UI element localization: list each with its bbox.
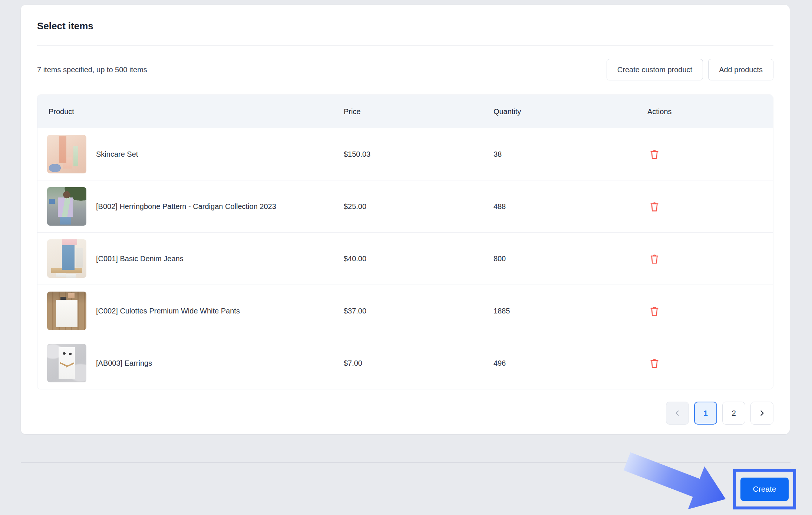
delete-item-button[interactable] (648, 305, 661, 317)
trash-icon (648, 357, 661, 369)
product-name: [AB003] Earrings (96, 359, 159, 368)
product-cell: [C001] Basic Denim Jeans (37, 239, 344, 278)
product-name: [B002] Herringbone Pattern - Cardigan Co… (96, 202, 284, 211)
items-table: Product Price Quantity Actions Skincare … (37, 94, 773, 389)
chevron-right-icon (757, 409, 766, 418)
table-row: [C002] Culottes Premium Wide White Pants… (37, 285, 773, 337)
pagination-page-2-button[interactable]: 2 (722, 402, 745, 425)
actions-cell (647, 357, 773, 369)
add-products-button[interactable]: Add products (708, 59, 773, 80)
actions-cell (647, 305, 773, 317)
table-row: [B002] Herringbone Pattern - Cardigan Co… (37, 180, 773, 232)
delete-item-button[interactable] (648, 252, 661, 265)
column-header-price: Price (344, 107, 494, 116)
product-price: $37.00 (344, 307, 494, 315)
table-row: [C001] Basic Denim Jeans $40.00 800 (37, 232, 773, 285)
panel-title: Select items (37, 5, 773, 32)
actions-cell (647, 252, 773, 265)
table-row: Skincare Set $150.03 38 (37, 128, 773, 180)
product-quantity: 488 (494, 202, 647, 211)
product-price: $150.03 (344, 150, 494, 159)
toolbar: 7 items specified, up to 500 items Creat… (37, 59, 773, 80)
trash-icon (648, 305, 661, 317)
product-cell: [C002] Culottes Premium Wide White Pants (37, 292, 344, 330)
delete-item-button[interactable] (648, 357, 661, 369)
product-cell: Skincare Set (37, 135, 344, 173)
product-cell: [AB003] Earrings (37, 344, 344, 382)
product-image (47, 292, 86, 330)
pagination-page-1-button[interactable]: 1 (694, 402, 717, 425)
product-price: $40.00 (344, 255, 494, 263)
pagination: 12 (37, 402, 773, 425)
product-price: $7.00 (344, 359, 494, 368)
trash-icon (648, 252, 661, 265)
column-header-product: Product (37, 107, 344, 116)
product-name: Skincare Set (96, 150, 145, 159)
trash-icon (648, 148, 661, 160)
product-quantity: 38 (494, 150, 647, 159)
product-name: [C001] Basic Denim Jeans (96, 255, 191, 263)
product-quantity: 800 (494, 255, 647, 263)
table-header: Product Price Quantity Actions (37, 95, 773, 128)
table-row: [AB003] Earrings $7.00 496 (37, 337, 773, 389)
product-cell: [B002] Herringbone Pattern - Cardigan Co… (37, 187, 344, 226)
product-price: $25.00 (344, 202, 494, 211)
table-body: Skincare Set $150.03 38 [B002] Herringbo… (37, 128, 773, 389)
annotation-arrow-icon (621, 452, 733, 511)
delete-item-button[interactable] (648, 200, 661, 213)
product-name: [C002] Culottes Premium Wide White Pants (96, 307, 247, 315)
actions-cell (647, 200, 773, 213)
product-quantity: 1885 (494, 307, 647, 315)
product-image (47, 239, 86, 278)
actions-cell (647, 148, 773, 160)
product-image (47, 344, 86, 382)
pagination-prev-button[interactable] (666, 402, 689, 425)
chevron-left-icon (673, 409, 682, 418)
pagination-next-button[interactable] (750, 402, 773, 425)
create-button-highlight: Create (733, 469, 796, 509)
column-header-quantity: Quantity (494, 107, 647, 116)
delete-item-button[interactable] (648, 148, 661, 160)
product-image (47, 135, 86, 173)
product-quantity: 496 (494, 359, 647, 368)
create-button[interactable]: Create (740, 478, 789, 501)
toolbar-buttons: Create custom product Add products (607, 59, 773, 80)
select-items-panel: Select items 7 items specified, up to 50… (21, 5, 790, 434)
create-custom-product-button[interactable]: Create custom product (607, 59, 703, 80)
product-image (47, 187, 86, 226)
column-header-actions: Actions (647, 107, 773, 116)
title-divider (37, 45, 773, 46)
items-summary: 7 items specified, up to 500 items (37, 66, 147, 74)
footer-divider (21, 462, 790, 463)
trash-icon (648, 200, 661, 213)
